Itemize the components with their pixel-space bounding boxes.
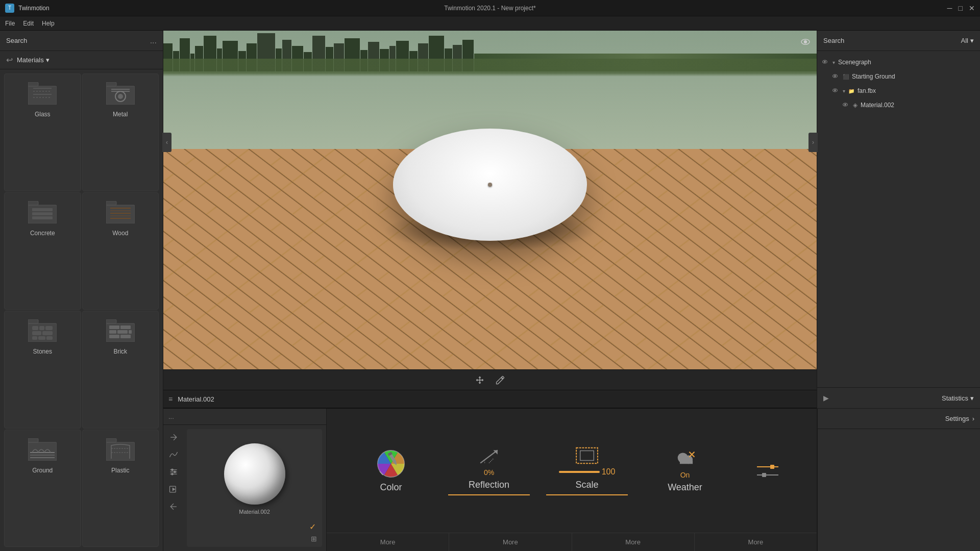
material-label-ground: Ground	[32, 467, 53, 474]
material-item-ground[interactable]: Ground	[4, 430, 81, 547]
viewport-collapse-left[interactable]: ‹	[162, 133, 172, 152]
scale-property[interactable]: 100 Scale	[546, 446, 628, 495]
materials-dropdown[interactable]: Materials ▾	[17, 56, 50, 64]
eye-icon-fanfbx[interactable]	[831, 87, 840, 95]
scenegraph-section: Search All ▾ ▾ Scenegraph	[817, 31, 980, 408]
color-property[interactable]: Color	[350, 448, 432, 493]
expand-icon-scenegraph[interactable]: ▾	[832, 60, 835, 65]
svg-rect-15	[32, 212, 53, 215]
menu-help[interactable]: Help	[42, 20, 55, 27]
svg-point-72	[172, 469, 173, 470]
material-icon-brick	[105, 315, 136, 346]
material-label-glass: Glass	[35, 111, 51, 118]
sliders-icon[interactable]	[167, 466, 180, 478]
material-item-glass[interactable]: Glass	[4, 73, 81, 191]
menu-edit[interactable]: Edit	[23, 20, 34, 27]
material-icon-plastic	[105, 434, 136, 465]
viewport-collapse-right[interactable]: ›	[808, 133, 818, 152]
svg-rect-0	[28, 86, 57, 105]
svg-point-97	[824, 61, 826, 63]
eye-icon-material002[interactable]	[842, 101, 850, 109]
play-icon[interactable]	[167, 483, 180, 495]
import-icon[interactable]	[167, 431, 180, 443]
scale-more-button[interactable]: More	[572, 533, 695, 551]
restore-button[interactable]: □	[959, 4, 963, 12]
tree-item-material002[interactable]: ◈ Material.002	[817, 98, 980, 112]
material-item-brick[interactable]: Brick	[82, 311, 159, 429]
settings-button[interactable]: Settings ›	[945, 415, 974, 422]
close-button[interactable]: ✕	[969, 4, 975, 12]
material-item-concrete[interactable]: Concrete	[4, 192, 81, 310]
scale-bar-group: 100	[559, 467, 616, 477]
reflection-more-button[interactable]: More	[449, 533, 572, 551]
3d-disc-object	[393, 129, 587, 241]
material-item-stones[interactable]: Stones	[4, 311, 81, 429]
scale-value: 100	[602, 467, 616, 477]
svg-rect-49	[106, 438, 116, 442]
menu-bar: File Edit Help	[0, 16, 980, 31]
menu-file[interactable]: File	[5, 20, 15, 27]
svg-rect-26	[32, 326, 38, 330]
material-item-metal[interactable]: Metal	[82, 73, 159, 191]
export-icon[interactable]	[167, 500, 180, 513]
back-button[interactable]: ↩	[6, 55, 13, 65]
settings-sliders-property[interactable]	[742, 456, 793, 486]
eye-icon-starting-ground[interactable]	[831, 72, 840, 81]
eye-icon-scenegraph[interactable]	[821, 58, 829, 66]
svg-rect-7	[106, 82, 116, 86]
color-more-button[interactable]: More	[327, 533, 449, 551]
move-tool-icon[interactable]	[474, 374, 486, 386]
material-label-stones: Stones	[33, 348, 52, 355]
weather-more-button[interactable]: More	[695, 533, 817, 551]
all-dropdown[interactable]: All ▾	[961, 37, 974, 44]
svg-rect-44	[28, 438, 38, 442]
sidebar-menu-icon[interactable]: ≡	[168, 395, 173, 403]
material-item-wood[interactable]: Wood	[82, 192, 159, 310]
settings-label: Settings	[945, 415, 969, 422]
left-panel-more[interactable]: ...	[150, 36, 157, 45]
statistics-play-button[interactable]: ▶	[823, 394, 829, 402]
material-sphere-grid-icon[interactable]: ⊞	[311, 535, 317, 543]
svg-rect-33	[46, 336, 53, 340]
weather-label: Weather	[668, 482, 702, 493]
left-sidebar-icons	[167, 429, 183, 547]
svg-point-9	[118, 94, 123, 99]
svg-rect-89	[680, 461, 693, 464]
properties-section: Color 0	[327, 409, 817, 551]
tree-item-scenegraph[interactable]: ▾ Scenegraph	[817, 55, 980, 69]
reflection-underline	[448, 494, 530, 495]
pencil-tool-icon[interactable]	[494, 374, 506, 386]
left-collapse-chevron-icon: ‹	[166, 139, 168, 146]
node-label-fanfbx: fan.fbx	[857, 87, 876, 94]
center-area: ≡ Material.002 ...	[163, 31, 817, 551]
minimize-button[interactable]: ─	[947, 4, 952, 12]
expand-icon-fanfbx[interactable]: ▾	[843, 88, 845, 94]
weather-property[interactable]: On Weather	[644, 448, 726, 493]
left-search-label: Search	[6, 37, 27, 44]
viewport-toolbar	[163, 369, 817, 390]
viewport[interactable]	[163, 31, 817, 369]
material-item-plastic[interactable]: Plastic	[82, 430, 159, 547]
svg-marker-76	[173, 488, 175, 491]
material-icon-metal	[105, 78, 136, 109]
right-bottom-settings: Settings ›	[817, 408, 980, 551]
viewport-eye-icon[interactable]	[799, 36, 812, 48]
svg-rect-13	[28, 201, 38, 205]
viewport-background	[163, 31, 817, 369]
scale-more-label: More	[625, 538, 641, 546]
curve-icon[interactable]	[167, 448, 180, 461]
svg-rect-31	[32, 336, 37, 340]
svg-rect-14	[32, 208, 53, 211]
node-icon-starting-ground: ⬛	[843, 74, 849, 80]
preview-more-dots[interactable]: ...	[168, 413, 174, 420]
tree-item-fanfbx[interactable]: ▾ 📁 fan.fbx	[817, 84, 980, 98]
material-icon-stones	[27, 315, 58, 346]
reflection-property[interactable]: 0% Reflection	[448, 446, 530, 495]
material-sphere-label: Material.002	[239, 509, 270, 515]
svg-line-81	[480, 450, 498, 463]
color-more-label: More	[380, 538, 396, 546]
materials-label: Materials	[17, 56, 44, 64]
statistics-label: Statistics ▾	[942, 394, 974, 402]
tree-item-starting-ground[interactable]: ⬛ Starting Ground	[817, 69, 980, 84]
bottom-panel: ...	[163, 408, 817, 551]
